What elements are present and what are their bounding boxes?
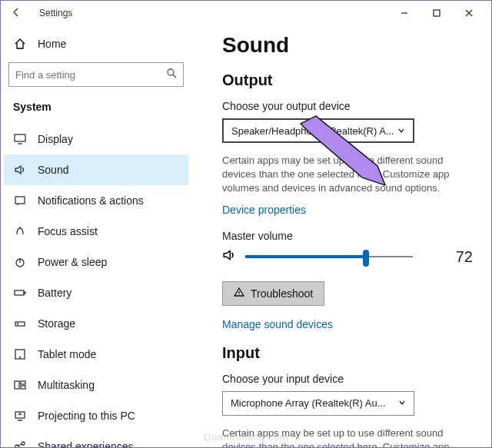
svg-rect-7: [15, 322, 25, 326]
warning-icon: [234, 287, 244, 300]
search-input[interactable]: [15, 69, 166, 81]
svg-rect-12: [21, 381, 25, 384]
slider-thumb[interactable]: [363, 250, 369, 267]
sidebar-item-label: Multitasking: [38, 379, 95, 391]
input-heading: Input: [222, 344, 473, 362]
home-nav[interactable]: Home: [4, 32, 188, 56]
sidebar-item-label: Shared experiences: [38, 440, 134, 447]
maximize-button[interactable]: [421, 2, 453, 24]
sidebar-item-tablet-mode[interactable]: Tablet mode: [4, 339, 188, 370]
power-icon: [13, 256, 27, 268]
sidebar-item-storage[interactable]: Storage: [4, 308, 188, 339]
dropdown-value: Speaker/Headphone (Realtek(R) A...: [231, 125, 394, 137]
sidebar-item-label: Display: [38, 133, 73, 145]
sidebar-item-label: Battery: [38, 287, 71, 299]
svg-rect-0: [434, 10, 440, 16]
volume-slider[interactable]: [245, 250, 413, 264]
svg-point-15: [15, 445, 18, 447]
page-title: Sound: [222, 33, 473, 58]
output-help-text: Certain apps may be set up to use differ…: [222, 154, 473, 196]
svg-rect-11: [15, 381, 19, 389]
svg-point-10: [20, 357, 21, 358]
svg-rect-13: [21, 386, 25, 389]
svg-point-8: [18, 324, 18, 324]
volume-row: 72: [222, 248, 473, 266]
dropdown-value: Microphone Array (Realtek(R) Au...: [231, 397, 386, 409]
slider-fill: [245, 255, 366, 258]
troubleshoot-button[interactable]: Troubleshoot: [222, 281, 324, 306]
output-device-label: Choose your output device: [222, 100, 473, 112]
sidebar-item-label: Tablet mode: [38, 348, 96, 360]
sidebar-item-label: Power & sleep: [38, 256, 107, 268]
sidebar-item-label: Sound: [38, 164, 68, 176]
sidebar-item-battery[interactable]: Battery: [4, 277, 188, 308]
minimize-button[interactable]: [388, 2, 421, 24]
sidebar: Home System Display Sound Notifications …: [1, 25, 191, 447]
display-icon: [13, 133, 27, 145]
sidebar-item-label: Projecting to this PC: [38, 410, 135, 422]
sidebar-item-notifications[interactable]: Notifications & actions: [4, 185, 188, 216]
notifications-icon: [13, 194, 27, 207]
master-volume-label: Master volume: [222, 230, 473, 242]
window-title: Settings: [39, 8, 72, 18]
focus-assist-icon: [13, 225, 27, 237]
output-device-properties-link[interactable]: Device properties: [222, 204, 473, 216]
svg-rect-3: [15, 197, 25, 204]
svg-rect-5: [15, 290, 24, 295]
sidebar-item-label: Notifications & actions: [38, 194, 144, 207]
sidebar-item-multitasking[interactable]: Multitasking: [4, 370, 188, 400]
category-heading: System: [4, 101, 188, 124]
battery-icon: [13, 287, 27, 299]
close-button[interactable]: [453, 2, 485, 24]
chevron-down-icon: [397, 125, 405, 137]
sidebar-item-power-sleep[interactable]: Power & sleep: [4, 247, 188, 277]
back-button[interactable]: [7, 7, 25, 20]
sidebar-item-projecting[interactable]: Projecting to this PC: [4, 400, 188, 431]
home-label: Home: [38, 38, 66, 50]
projecting-icon: [13, 410, 27, 422]
sidebar-item-display[interactable]: Display: [4, 124, 188, 154]
sound-icon: [13, 164, 27, 176]
svg-rect-2: [15, 134, 25, 141]
sidebar-item-shared-experiences[interactable]: Shared experiences: [4, 431, 188, 447]
output-device-dropdown[interactable]: Speaker/Headphone (Realtek(R) A...: [222, 118, 414, 143]
button-label: Troubleshoot: [251, 287, 313, 300]
chevron-down-icon: [398, 397, 406, 409]
titlebar: Settings: [1, 1, 491, 25]
input-help-text: Certain apps may be set up to use differ…: [222, 426, 473, 447]
output-heading: Output: [222, 71, 473, 89]
tablet-icon: [13, 348, 27, 360]
input-device-dropdown[interactable]: Microphone Array (Realtek(R) Au...: [222, 391, 414, 416]
home-icon: [13, 38, 27, 50]
sidebar-item-label: Storage: [38, 317, 75, 330]
svg-rect-6: [24, 292, 25, 294]
speaker-icon[interactable]: [222, 248, 236, 265]
sidebar-item-sound[interactable]: Sound: [4, 154, 188, 185]
storage-icon: [13, 317, 27, 330]
content-pane: Sound Output Choose your output device S…: [191, 25, 491, 447]
svg-point-16: [22, 442, 25, 445]
sidebar-item-focus-assist[interactable]: Focus assist: [4, 216, 188, 247]
svg-point-1: [168, 69, 174, 75]
search-icon: [166, 68, 177, 81]
manage-sound-devices-link[interactable]: Manage sound devices: [222, 318, 473, 330]
search-box[interactable]: [8, 62, 184, 87]
multitasking-icon: [13, 379, 27, 391]
input-device-label: Choose your input device: [222, 373, 473, 385]
sidebar-item-label: Focus assist: [38, 225, 98, 237]
shared-icon: [13, 440, 27, 447]
window-controls: [388, 2, 485, 24]
volume-value: 72: [456, 248, 473, 266]
